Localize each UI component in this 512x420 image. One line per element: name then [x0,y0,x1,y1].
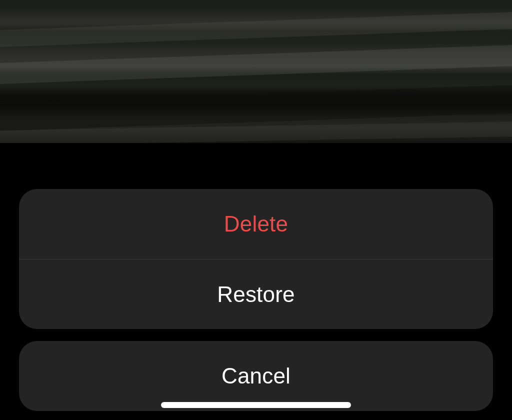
action-sheet: Delete Restore Cancel [0,189,512,420]
cancel-group: Cancel [19,341,493,411]
home-indicator[interactable] [161,402,351,408]
delete-button[interactable]: Delete [19,189,493,259]
background-photo [0,0,512,143]
restore-button[interactable]: Restore [19,259,493,329]
cancel-button[interactable]: Cancel [19,341,493,411]
action-group: Delete Restore [19,189,493,329]
